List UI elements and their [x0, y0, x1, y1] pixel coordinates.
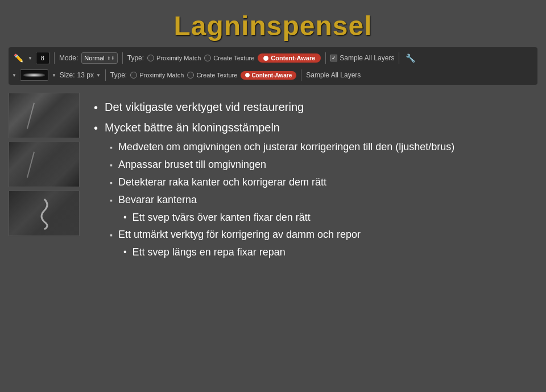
bullet-text-7: Ett utmärkt verktyg för korrigering av d… — [118, 227, 537, 243]
thumb-3 — [9, 191, 80, 236]
create-texture-label-2: Create Texture — [196, 72, 237, 79]
brush-dropdown-arrow[interactable]: ▼ — [52, 73, 56, 78]
type-label-2: Type: — [110, 71, 127, 79]
bullet-dot-0: • — [94, 98, 98, 117]
size-label-row: Size: 13 px ▼ — [60, 71, 101, 79]
bullet-item-3: ▪ Anpassar bruset till omgivningen — [110, 157, 537, 173]
bullet-text-4: Detekterar raka kanter och korrigerar de… — [118, 175, 537, 191]
create-texture-radio-dot — [204, 55, 211, 61]
size-label: Size: — [60, 71, 75, 79]
bullet-text-5: Bevarar kanterna — [118, 192, 537, 208]
size-value: 13 px — [77, 71, 94, 79]
mode-select[interactable]: Normal ⬆⬇ — [81, 52, 117, 64]
thumb-1 — [9, 93, 80, 138]
bullet-dot-1: • — [94, 119, 98, 137]
separator-3 — [325, 52, 326, 64]
bullet-square-7: ▪ — [110, 229, 113, 242]
sample-all-layers-label: Sample All Layers — [340, 54, 394, 62]
thumb-crack-2 — [9, 142, 79, 187]
proximity-radio-dot — [147, 55, 154, 61]
mode-select-arrow: ⬆⬇ — [107, 56, 115, 61]
create-texture-radio-2[interactable]: Create Texture — [187, 72, 237, 79]
bullet-square-3: ▪ — [110, 159, 113, 172]
separator-1 — [54, 52, 55, 64]
settings-icon[interactable]: 🔧 — [404, 52, 416, 64]
bullet-item-8: • Ett svep längs en repa fixar repan — [123, 245, 537, 261]
bullet-square-4: ▪ — [110, 177, 113, 189]
slide-container: Lagninspensel ✏️ ▼ 8 Mode: Normal ⬆⬇ Typ… — [0, 0, 546, 392]
separator-6 — [301, 69, 301, 81]
thumb-squiggle — [9, 191, 79, 236]
bullet-text-6: Ett svep tvärs över kanten fixar den rät… — [133, 210, 537, 226]
content-aware-radio-2[interactable]: Content-Aware — [241, 71, 296, 80]
thumb-2 — [9, 142, 80, 187]
title-area: Lagninspensel — [173, 10, 372, 42]
proximity-radio-dot-2 — [130, 72, 137, 79]
expand-arrow[interactable]: ▼ — [12, 73, 16, 78]
content-aware-label: Content-Aware — [271, 55, 315, 61]
bullet-text-0: Det viktigaste verktyget vid restaurerin… — [105, 98, 537, 116]
bullet-dot-6: • — [123, 210, 127, 225]
bullet-text-3: Anpassar bruset till omgivningen — [118, 157, 537, 173]
bullet-text-2: Medveten om omgivningen och justerar kor… — [118, 139, 537, 155]
proximity-label-2: Proximity Match — [139, 72, 184, 79]
bullet-text-8: Ett svep längs en repa fixar repan — [133, 245, 537, 261]
create-texture-radio[interactable]: Create Texture — [204, 55, 254, 61]
sample-all-layers-label-2: Sample All Layers — [306, 71, 361, 79]
separator-2 — [122, 52, 123, 64]
proximity-match-radio-2[interactable]: Proximity Match — [130, 72, 184, 79]
bullet-dot-8: • — [123, 245, 127, 259]
sample-checkbox-box — [330, 55, 337, 61]
text-content: • Det viktigaste verktyget vid restaurer… — [94, 93, 537, 392]
brush-stroke — [23, 72, 45, 78]
size-dropdown[interactable]: ▼ — [96, 73, 101, 78]
content-aware-label-2: Content-Aware — [251, 72, 292, 79]
bullet-square-2: ▪ — [110, 142, 113, 154]
toolbar-container: ✏️ ▼ 8 Mode: Normal ⬆⬇ Type: Proximity M… — [9, 47, 537, 85]
proximity-radio-label: Proximity Match — [156, 55, 201, 61]
bullet-item-6: • Ett svep tvärs över kanten fixar den r… — [123, 210, 537, 226]
toolbar-row-2: ▼ ▼ Size: 13 px ▼ Type: Proximity Match … — [12, 68, 534, 82]
content-aware-dot-2 — [245, 73, 250, 77]
bullet-item-1: • Mycket bättre än kloningsstämpeln — [94, 119, 537, 137]
separator-5 — [105, 69, 106, 81]
tool-dropdown-arrow[interactable]: ▼ — [28, 56, 32, 61]
brush-size-box: 8 — [36, 52, 49, 64]
thumb-crack-1 — [9, 93, 79, 138]
slide-title: Lagninspensel — [173, 10, 372, 42]
type-label: Type: — [127, 54, 144, 62]
bullet-square-5: ▪ — [110, 195, 113, 207]
brush-tool-icon[interactable]: ✏️ — [12, 52, 24, 64]
bullet-item-0: • Det viktigaste verktyget vid restaurer… — [94, 98, 537, 117]
mode-value: Normal — [84, 55, 104, 61]
bullet-text-1: Mycket bättre än kloningsstämpeln — [105, 119, 537, 137]
bullet-item-2: ▪ Medveten om omgivningen och justerar k… — [110, 139, 537, 155]
content-aware-radio[interactable]: Content-Aware — [258, 53, 321, 63]
thumbnails-column — [9, 93, 82, 392]
bullet-item-4: ▪ Detekterar raka kanter och korrigerar … — [110, 175, 537, 191]
mode-label: Mode: — [59, 54, 78, 62]
brush-preview — [20, 69, 48, 81]
content-aware-radio-dot — [263, 56, 268, 61]
create-texture-dot-2 — [187, 72, 194, 79]
create-texture-radio-label: Create Texture — [213, 55, 254, 61]
sample-all-layers-checkbox[interactable]: Sample All Layers — [330, 54, 394, 62]
separator-4 — [399, 52, 399, 64]
toolbar-row-1: ✏️ ▼ 8 Mode: Normal ⬆⬇ Type: Proximity M… — [12, 49, 534, 67]
main-content: • Det viktigaste verktyget vid restaurer… — [9, 93, 537, 392]
bullet-item-7: ▪ Ett utmärkt verktyg för korrigering av… — [110, 227, 537, 243]
bullet-item-5: ▪ Bevarar kanterna — [110, 192, 537, 208]
proximity-match-radio[interactable]: Proximity Match — [147, 55, 201, 61]
